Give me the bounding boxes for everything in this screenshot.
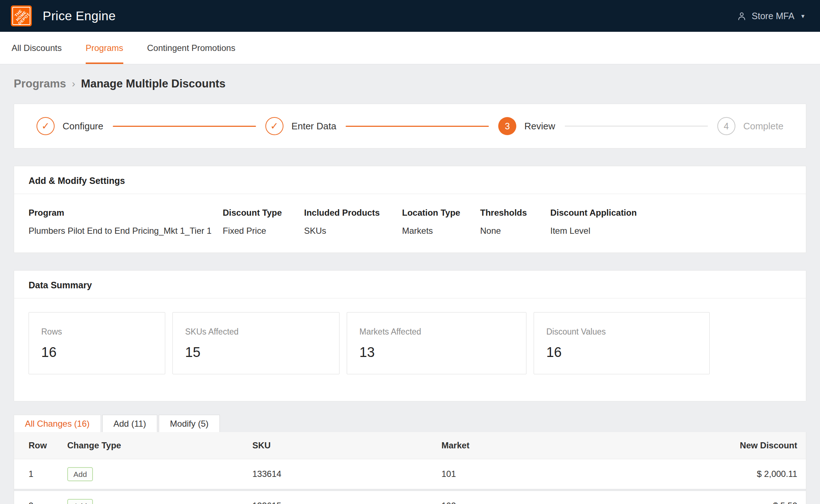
wizard-stepper: ✓ Configure ✓ Enter Data 3 Review 4 Comp…	[14, 104, 806, 148]
user-menu-label: Store MFA	[752, 11, 794, 21]
field-label: Location Type	[402, 208, 473, 218]
change-type-badge: Add	[67, 467, 93, 481]
stat-value: 16	[41, 345, 153, 360]
data-summary-card: Data Summary Rows 16 SKUs Affected 15 Ma…	[14, 270, 806, 401]
check-icon: ✓	[37, 117, 55, 135]
user-icon	[737, 11, 747, 21]
table-header: Row Change Type SKU Market New Discount	[14, 432, 806, 459]
stat-rows: Rows 16	[29, 312, 165, 374]
field-value: Markets	[402, 226, 473, 236]
stat-label: Rows	[41, 327, 153, 337]
changes-table: Row Change Type SKU Market New Discount …	[14, 432, 806, 504]
field-thresholds: Thresholds None	[480, 208, 550, 236]
field-label: Thresholds	[480, 208, 543, 218]
field-value: Plumbers Pilot End to End Pricing_Mkt 1_…	[29, 226, 215, 236]
field-location-type: Location Type Markets	[402, 208, 480, 236]
cell-market: 102	[441, 501, 695, 504]
settings-title: Add & Modify Settings	[14, 166, 806, 194]
step-enter-data[interactable]: ✓ Enter Data	[265, 117, 336, 135]
page-content: Programs › Manage Multiple Discounts ✓ C…	[0, 77, 820, 504]
data-summary-title: Data Summary	[14, 271, 806, 298]
field-label: Discount Type	[223, 208, 297, 218]
tab-add[interactable]: Add (11)	[102, 415, 157, 432]
stat-value: 15	[185, 345, 327, 360]
step-label: Review	[524, 121, 555, 132]
step-complete: 4 Complete	[717, 117, 783, 135]
change-type-badge: Add	[67, 499, 93, 504]
stat-markets-affected: Markets Affected 13	[347, 312, 526, 374]
table-row: 2 Add 133615 102 $ 5.52	[14, 491, 806, 504]
breadcrumb: Programs › Manage Multiple Discounts	[14, 77, 806, 90]
step-connector	[113, 126, 256, 127]
cell-change-type: Add	[67, 499, 252, 504]
summary-stats: Rows 16 SKUs Affected 15 Markets Affecte…	[14, 298, 806, 401]
column-header-market: Market	[441, 440, 695, 451]
primary-nav: All Discounts Programs Contingent Promot…	[0, 32, 820, 64]
field-program: Program Plumbers Pilot End to End Pricin…	[29, 208, 223, 236]
step-label: Enter Data	[291, 121, 336, 132]
field-included-products: Included Products SKUs	[304, 208, 402, 236]
field-value: Fixed Price	[223, 226, 297, 236]
field-label: Program	[29, 208, 215, 218]
home-depot-logo-inner: THE HOME DEPOT	[12, 7, 30, 25]
stat-value: 16	[546, 345, 697, 360]
column-header-sku: SKU	[252, 440, 441, 451]
nav-tab-contingent-promotions[interactable]: Contingent Promotions	[147, 32, 235, 64]
chevron-down-icon: ▼	[800, 13, 806, 19]
cell-sku: 133615	[252, 501, 441, 504]
tab-all-changes[interactable]: All Changes (16)	[14, 415, 101, 432]
column-header-row: Row	[29, 440, 67, 451]
cell-row-number: 1	[29, 469, 67, 479]
step-number: 3	[498, 117, 516, 135]
cell-sku: 133614	[252, 469, 441, 479]
app-header: THE HOME DEPOT Price Engine Store MFA ▼	[0, 0, 820, 32]
step-review[interactable]: 3 Review	[498, 117, 555, 135]
nav-tab-programs[interactable]: Programs	[86, 32, 123, 64]
step-label: Complete	[743, 121, 783, 132]
cell-new-discount: $ 2,000.11	[695, 469, 797, 479]
column-header-change-type: Change Type	[67, 440, 252, 451]
check-icon: ✓	[265, 117, 283, 135]
field-label: Included Products	[304, 208, 395, 218]
field-value: None	[480, 226, 543, 236]
stat-label: Markets Affected	[359, 327, 514, 337]
cell-market: 101	[441, 469, 695, 479]
field-discount-type: Discount Type Fixed Price	[223, 208, 304, 236]
settings-card: Add & Modify Settings Program Plumbers P…	[14, 166, 806, 253]
tab-modify[interactable]: Modify (5)	[159, 415, 220, 432]
stat-label: Discount Values	[546, 327, 697, 337]
stat-discount-values: Discount Values 16	[534, 312, 710, 374]
page-title: Manage Multiple Discounts	[81, 77, 226, 90]
app-title: Price Engine	[43, 9, 116, 23]
column-header-new-discount: New Discount	[695, 440, 797, 451]
field-label: Discount Application	[550, 208, 637, 218]
home-depot-logo-text: THE HOME DEPOT	[12, 7, 30, 25]
stat-skus-affected: SKUs Affected 15	[172, 312, 339, 374]
table-row: 1 Add 133614 101 $ 2,000.11	[14, 459, 806, 491]
step-number: 4	[717, 117, 735, 135]
cell-new-discount: $ 5.52	[695, 501, 797, 504]
settings-fields: Program Plumbers Pilot End to End Pricin…	[14, 194, 806, 253]
home-depot-logo: THE HOME DEPOT	[11, 5, 32, 26]
breadcrumb-parent-link[interactable]: Programs	[14, 77, 66, 90]
stat-value: 13	[359, 345, 514, 360]
step-label: Configure	[63, 121, 103, 132]
nav-tab-all-discounts[interactable]: All Discounts	[12, 32, 62, 64]
breadcrumb-separator-icon: ›	[72, 78, 75, 90]
step-connector	[565, 126, 708, 126]
user-menu[interactable]: Store MFA ▼	[737, 11, 806, 21]
step-configure[interactable]: ✓ Configure	[37, 117, 103, 135]
cell-row-number: 2	[29, 501, 67, 504]
changes-tabs: All Changes (16) Add (11) Modify (5)	[14, 415, 806, 432]
cell-change-type: Add	[67, 467, 252, 481]
field-value: Item Level	[550, 226, 637, 236]
field-value: SKUs	[304, 226, 395, 236]
stat-label: SKUs Affected	[185, 327, 327, 337]
step-connector	[346, 126, 489, 127]
field-discount-application: Discount Application Item Level	[550, 208, 644, 236]
